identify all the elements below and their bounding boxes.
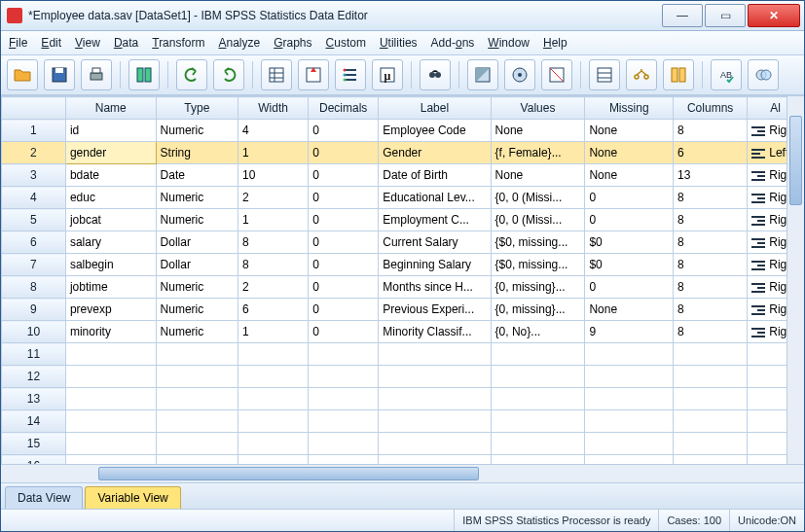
- empty-cell[interactable]: [156, 455, 238, 465]
- row-header[interactable]: 2: [2, 142, 66, 164]
- row-header[interactable]: 9: [2, 299, 66, 321]
- menu-edit[interactable]: Edit: [41, 36, 61, 50]
- empty-cell[interactable]: [379, 433, 491, 455]
- cell-name[interactable]: jobtime: [65, 276, 156, 299]
- cell-label[interactable]: Date of Birth: [379, 164, 491, 187]
- table-row[interactable]: 9prevexpNumeric60Previous Experi...{0, m…: [2, 299, 804, 321]
- empty-cell[interactable]: [379, 343, 491, 366]
- maximize-button[interactable]: ▭: [705, 4, 746, 27]
- recall-dialog-button[interactable]: [128, 59, 160, 90]
- cell-type[interactable]: Numeric: [156, 120, 238, 142]
- table-row[interactable]: 7salbeginDollar80Beginning Salary{$0, mi…: [2, 254, 804, 276]
- empty-cell[interactable]: [674, 366, 748, 388]
- cell-dec[interactable]: 0: [309, 120, 379, 142]
- empty-cell[interactable]: [65, 388, 156, 410]
- col-type[interactable]: Type: [156, 97, 238, 120]
- menu-graphs[interactable]: Graphs: [274, 36, 311, 50]
- empty-cell[interactable]: [65, 433, 156, 455]
- split-file-button[interactable]: [467, 59, 498, 90]
- cell-label[interactable]: Months since H...: [379, 276, 491, 299]
- cell-values[interactable]: {$0, missing...: [491, 254, 585, 276]
- empty-cell[interactable]: [65, 410, 156, 433]
- col-decimals[interactable]: Decimals: [309, 97, 379, 120]
- cell-width[interactable]: 8: [238, 254, 309, 276]
- cell-values[interactable]: {0, missing}...: [491, 299, 585, 321]
- cell-missing[interactable]: None: [585, 164, 674, 187]
- col-values[interactable]: Values: [491, 97, 585, 120]
- cell-values[interactable]: None: [491, 120, 585, 142]
- cell-dec[interactable]: 0: [309, 142, 379, 164]
- menu-utilities[interactable]: Utilities: [380, 36, 418, 50]
- tab-variable-view[interactable]: Variable View: [85, 486, 180, 509]
- empty-cell[interactable]: [585, 388, 674, 410]
- cell-cols[interactable]: 8: [674, 254, 748, 276]
- cell-cols[interactable]: 8: [674, 276, 748, 299]
- goto-variable-button[interactable]: [298, 59, 329, 90]
- cell-width[interactable]: 10: [238, 164, 309, 187]
- cell-missing[interactable]: None: [585, 120, 674, 142]
- empty-cell[interactable]: [309, 455, 379, 465]
- cell-dec[interactable]: 0: [309, 209, 379, 231]
- row-header[interactable]: 13: [2, 388, 66, 410]
- empty-cell[interactable]: [491, 433, 585, 455]
- cell-name[interactable]: bdate: [65, 164, 156, 187]
- cell-dec[interactable]: 0: [309, 254, 379, 276]
- table-row[interactable]: 12: [2, 366, 804, 388]
- empty-cell[interactable]: [156, 410, 238, 433]
- table-row[interactable]: 11: [2, 343, 804, 366]
- cell-dec[interactable]: 0: [309, 187, 379, 209]
- close-button[interactable]: ✕: [748, 4, 800, 27]
- empty-cell[interactable]: [585, 410, 674, 433]
- table-row[interactable]: 3bdateDate100Date of BirthNoneNone13Righ: [2, 164, 804, 187]
- cell-label[interactable]: Employee Code: [379, 120, 491, 142]
- variables-button[interactable]: [335, 59, 366, 90]
- table-row[interactable]: 10minorityNumeric10Minority Classif...{0…: [2, 321, 804, 343]
- cell-label[interactable]: Minority Classif...: [379, 321, 491, 343]
- empty-cell[interactable]: [65, 455, 156, 465]
- cell-name[interactable]: salary: [65, 231, 156, 254]
- empty-cell[interactable]: [491, 410, 585, 433]
- menu-addons[interactable]: Add-ons: [431, 36, 475, 50]
- empty-cell[interactable]: [674, 455, 748, 465]
- cell-missing[interactable]: 9: [585, 321, 674, 343]
- cell-missing[interactable]: $0: [585, 254, 674, 276]
- cell-dec[interactable]: 0: [309, 276, 379, 299]
- cell-label[interactable]: Beginning Salary: [379, 254, 491, 276]
- table-row[interactable]: 2genderString10Gender{f, Female}...None6…: [2, 142, 804, 164]
- table-row[interactable]: 5jobcatNumeric10Employment C...{0, 0 (Mi…: [2, 209, 804, 231]
- menu-window[interactable]: Window: [488, 36, 530, 50]
- cell-type[interactable]: Dollar: [156, 231, 238, 254]
- cell-values[interactable]: {0, missing}...: [491, 276, 585, 299]
- cell-cols[interactable]: 6: [674, 142, 748, 164]
- row-header[interactable]: 10: [2, 321, 66, 343]
- empty-cell[interactable]: [309, 366, 379, 388]
- empty-cell[interactable]: [65, 366, 156, 388]
- empty-cell[interactable]: [491, 388, 585, 410]
- run-button[interactable]: μ: [372, 59, 403, 90]
- cell-name[interactable]: jobcat: [65, 209, 156, 231]
- cell-dec[interactable]: 0: [309, 299, 379, 321]
- empty-cell[interactable]: [379, 388, 491, 410]
- cell-type[interactable]: Numeric: [156, 299, 238, 321]
- table-row[interactable]: 1idNumeric40Employee CodeNoneNone8Righ: [2, 120, 804, 142]
- cell-name[interactable]: gender: [65, 142, 156, 164]
- menu-data[interactable]: Data: [114, 36, 138, 50]
- cell-type[interactable]: Numeric: [156, 321, 238, 343]
- empty-cell[interactable]: [379, 410, 491, 433]
- cell-values[interactable]: {0, No}...: [491, 321, 585, 343]
- cell-values[interactable]: None: [491, 164, 585, 187]
- cell-type[interactable]: String: [156, 142, 238, 164]
- cell-label[interactable]: Previous Experi...: [379, 299, 491, 321]
- empty-cell[interactable]: [674, 410, 748, 433]
- col-name[interactable]: Name: [65, 97, 156, 120]
- cell-cols[interactable]: 8: [674, 209, 748, 231]
- empty-cell[interactable]: [238, 388, 309, 410]
- cell-values[interactable]: {f, Female}...: [491, 142, 585, 164]
- undo-button[interactable]: [176, 59, 207, 90]
- empty-cell[interactable]: [585, 455, 674, 465]
- redo-button[interactable]: [213, 59, 244, 90]
- print-button[interactable]: [81, 59, 112, 90]
- menu-view[interactable]: View: [75, 36, 100, 50]
- table-row[interactable]: 13: [2, 388, 804, 410]
- row-header[interactable]: 12: [2, 366, 66, 388]
